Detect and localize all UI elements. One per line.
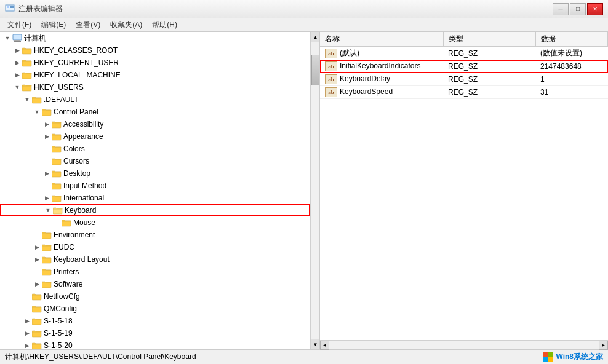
expand-btn-controlpanel[interactable]: ▼ [32, 107, 42, 117]
expand-btn-s153[interactable]: ▶ [22, 341, 32, 349]
node-label-printers: Printers [54, 267, 79, 276]
expand-btn-appearance[interactable]: ▶ [42, 132, 52, 141]
tree-node-s153[interactable]: ▶ S-1-5-20 [0, 339, 310, 349]
brand-text: Win8系统之家 [556, 352, 603, 362]
scroll-track[interactable] [329, 341, 599, 349]
col-name[interactable]: 名称 [320, 32, 443, 47]
svg-rect-6 [14, 40, 20, 41]
scroll-right-btn[interactable]: ► [599, 341, 608, 350]
expand-btn-cursors[interactable] [42, 156, 52, 166]
tree-node-default[interactable]: ▼ .DEFAULT [0, 93, 310, 106]
win-logo [543, 352, 553, 362]
col-data[interactable]: 数据 [535, 32, 608, 47]
expand-btn-printers[interactable] [32, 267, 42, 277]
folder-icon-qmconfig [32, 304, 42, 313]
tree-node-eudc[interactable]: ▶ EUDC [0, 241, 310, 253]
win-sq-3 [543, 357, 548, 362]
tree-node-hkcu[interactable]: ▶ HKEY_CURRENT_USER [0, 57, 310, 69]
expand-btn-hklm[interactable]: ▶ [12, 70, 22, 80]
tree-node-cursors[interactable]: Cursors [0, 155, 310, 167]
tree-node-s152[interactable]: ▶ S-1-5-19 [0, 327, 310, 339]
tree-node-hklm[interactable]: ▶ HKEY_LOCAL_MACHINE [0, 69, 310, 81]
svg-rect-11 [22, 85, 31, 91]
node-label-cursors: Cursors [63, 157, 89, 165]
vertical-scrollbar[interactable]: ▲▼ [310, 32, 319, 349]
expand-btn-netflowcfg[interactable] [22, 291, 32, 301]
menu-view[interactable]: 查看(V) [71, 18, 105, 31]
folder-icon-mouse [62, 218, 71, 227]
cell-name: abInitialKeyboardIndicators [320, 60, 443, 73]
expand-btn-accessibility[interactable]: ▶ [42, 119, 52, 129]
node-label-keyboardlayout: Keyboard Layout [54, 255, 110, 264]
table-row[interactable]: abKeyboardSpeedREG_SZ31 [320, 86, 608, 99]
expand-btn-hkcr[interactable]: ▶ [12, 46, 22, 55]
minimize-button[interactable]: ─ [553, 3, 569, 15]
expand-btn-s151[interactable]: ▶ [22, 316, 32, 326]
menu-file[interactable]: 文件(F) [2, 18, 36, 31]
scroll-down-btn[interactable]: ▼ [311, 339, 320, 349]
tree-scroll[interactable]: ▼ 计算机▶ HKEY_CLASSES_ROOT▶ HKEY_CURRENT_U… [0, 32, 310, 349]
folder-icon-cursors [52, 157, 62, 165]
expand-btn-desktop[interactable]: ▶ [42, 168, 52, 178]
expand-btn-inputmethod[interactable] [42, 181, 52, 191]
tree-node-keyboardlayout[interactable]: ▶ Keyboard Layout [0, 253, 310, 266]
tree-node-environment[interactable]: Environment [0, 229, 310, 241]
horizontal-scrollbar[interactable]: ◄ ► [320, 340, 608, 349]
tree-node-hkcr[interactable]: ▶ HKEY_CLASSES_ROOT [0, 44, 310, 57]
expand-btn-colors[interactable] [42, 144, 52, 154]
tree-node-hku[interactable]: ▼ HKEY_USERS [0, 81, 310, 93]
tree-node-s151[interactable]: ▶ S-1-5-18 [0, 315, 310, 327]
expand-btn-mouse[interactable] [52, 218, 62, 228]
svg-rect-24 [42, 245, 51, 251]
svg-rect-13 [42, 110, 51, 116]
tree-node-printers[interactable]: Printers [0, 266, 310, 278]
tree-node-qmconfig[interactable]: QMConfig [0, 303, 310, 315]
svg-rect-18 [52, 172, 61, 177]
registry-table[interactable]: 名称 类型 数据 ab(默认)REG_SZ(数值未设置)abInitialKey… [320, 32, 608, 340]
window-controls[interactable]: ─ □ ✕ [553, 3, 603, 15]
folder-icon-hku [22, 83, 32, 92]
tree-node-international[interactable]: ▶ International [0, 192, 310, 204]
folder-icon-default [32, 95, 42, 104]
tree-node-appearance[interactable]: ▶ Appearance [0, 130, 310, 143]
menu-edit[interactable]: 编辑(E) [36, 18, 71, 31]
maximize-button[interactable]: □ [570, 3, 586, 15]
table-row[interactable]: ab(默认)REG_SZ(数值未设置) [320, 47, 608, 60]
tree-node-netflowcfg[interactable]: NetflowCfg [0, 290, 310, 303]
tree-node-accessibility[interactable]: ▶ Accessibility [0, 118, 310, 130]
expand-btn-environment[interactable] [32, 230, 42, 240]
expand-btn-keyboard[interactable]: ▼ [43, 205, 53, 215]
folder-icon-computer [12, 34, 22, 42]
expand-btn-software[interactable]: ▶ [32, 279, 42, 289]
tree-node-software[interactable]: ▶ Software [0, 278, 310, 290]
expand-btn-default[interactable]: ▼ [22, 95, 32, 105]
tree-node-mouse[interactable]: Mouse [0, 216, 310, 229]
expand-btn-computer[interactable]: ▼ [2, 33, 12, 43]
scroll-left-btn[interactable]: ◄ [320, 341, 329, 350]
menu-help[interactable]: 帮助(H) [147, 18, 182, 31]
folder-icon-inputmethod [52, 181, 62, 190]
scroll-thumb[interactable] [311, 55, 319, 85]
svg-rect-27 [42, 282, 51, 288]
tree-node-colors[interactable]: Colors [0, 143, 310, 155]
table-row[interactable]: abInitialKeyboardIndicatorsREG_SZ2147483… [320, 60, 608, 73]
scroll-up-btn[interactable]: ▲ [311, 32, 320, 42]
menu-favorites[interactable]: 收藏夹(A) [105, 18, 147, 31]
tree-node-computer[interactable]: ▼ 计算机 [0, 32, 310, 44]
svg-rect-30 [32, 319, 41, 325]
tree-node-inputmethod[interactable]: Input Method [0, 180, 310, 192]
close-button[interactable]: ✕ [587, 3, 603, 15]
col-type[interactable]: 类型 [443, 32, 535, 47]
expand-btn-hku[interactable]: ▼ [12, 82, 22, 92]
tree-node-keyboard[interactable]: ▼ Keyboard [0, 204, 310, 216]
tree-node-controlpanel[interactable]: ▼ Control Panel [0, 106, 310, 118]
folder-icon-keyboardlayout [42, 255, 52, 264]
expand-btn-international[interactable]: ▶ [42, 193, 52, 203]
expand-btn-qmconfig[interactable] [22, 304, 32, 314]
expand-btn-s152[interactable]: ▶ [22, 328, 32, 338]
expand-btn-hkcu[interactable]: ▶ [12, 58, 22, 68]
expand-btn-eudc[interactable]: ▶ [32, 242, 42, 252]
tree-node-desktop[interactable]: ▶ Desktop [0, 167, 310, 180]
expand-btn-keyboardlayout[interactable]: ▶ [32, 255, 42, 264]
table-row[interactable]: abKeyboardDelayREG_SZ1 [320, 73, 608, 86]
